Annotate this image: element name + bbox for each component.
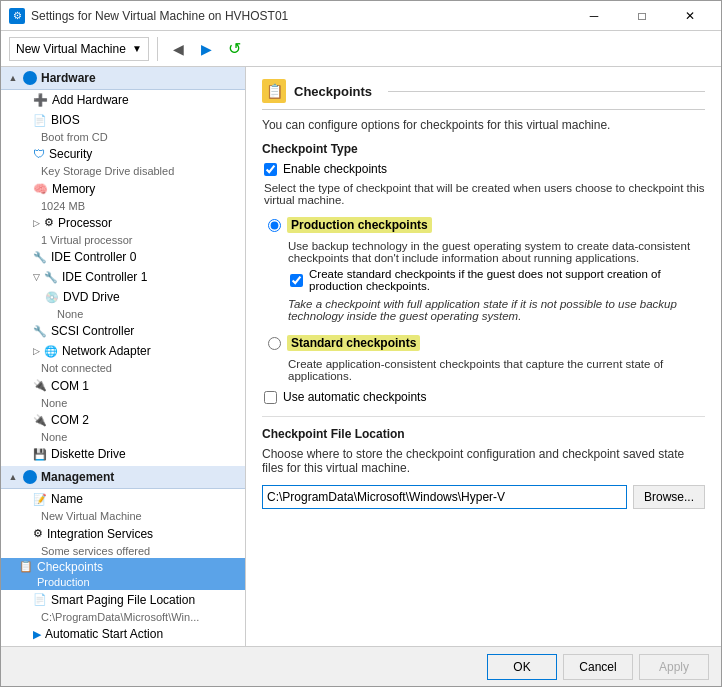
tree-item-smart-paging[interactable]: 📄 Smart Paging File Location	[1, 590, 245, 610]
processor-expand-icon: ▷	[33, 218, 40, 228]
dropdown-chevron-icon: ▼	[132, 43, 142, 54]
production-checkpoints-label: Production checkpoints	[287, 217, 432, 233]
ide1-expand-icon: ▽	[33, 272, 40, 282]
tree-item-security[interactable]: 🛡 Security	[1, 144, 245, 164]
forward-button[interactable]: ▶	[194, 37, 218, 61]
toolbar: New Virtual Machine ▼ ◀ ▶ ↺	[1, 31, 721, 67]
tree-item-dvd[interactable]: 💿 DVD Drive	[1, 287, 245, 307]
name-sub: New Virtual Machine	[1, 509, 245, 523]
pane-description: You can configure options for checkpoint…	[262, 118, 705, 132]
com2-sub: None	[1, 430, 245, 444]
checkpoints-label: Checkpoints	[37, 560, 103, 574]
create-standard-row: Create standard checkpoints if the guest…	[288, 268, 705, 292]
network-icon: 🌐	[44, 345, 58, 358]
production-radio[interactable]	[268, 219, 281, 232]
add-hardware-icon: ➕	[33, 93, 48, 107]
hardware-collapse-icon[interactable]: ▲	[7, 72, 19, 84]
tree-item-auto-start[interactable]: ▶ Automatic Start Action	[1, 624, 245, 644]
tree-item-network[interactable]: ▷ 🌐 Network Adapter	[1, 341, 245, 361]
security-label: Security	[49, 147, 92, 161]
minimize-button[interactable]: ─	[571, 1, 617, 31]
use-automatic-row: Use automatic checkpoints	[262, 390, 705, 404]
select-type-text: Select the type of checkpoint that will …	[264, 182, 705, 206]
dvd-icon: 💿	[45, 291, 59, 304]
create-standard-label: Create standard checkpoints if the guest…	[309, 268, 705, 292]
use-automatic-label: Use automatic checkpoints	[283, 390, 426, 404]
tree-item-com1[interactable]: 🔌 COM 1	[1, 376, 245, 396]
bios-label: BIOS	[51, 113, 80, 127]
network-expand-icon: ▷	[33, 346, 40, 356]
processor-label: Processor	[58, 216, 112, 230]
com1-sub: None	[1, 396, 245, 410]
file-location-desc: Choose where to store the checkpoint con…	[262, 447, 705, 475]
hardware-section-header[interactable]: ▲ Hardware	[1, 67, 245, 90]
integration-sub: Some services offered	[1, 544, 245, 558]
enable-checkpoints-checkbox[interactable]	[264, 163, 277, 176]
tree-item-ide1[interactable]: ▽ 🔧 IDE Controller 1	[1, 267, 245, 287]
tree-item-ide0[interactable]: 🔧 IDE Controller 0	[1, 247, 245, 267]
enable-checkpoints-label: Enable checkpoints	[283, 162, 387, 176]
cancel-button[interactable]: Cancel	[563, 654, 633, 680]
close-button[interactable]: ✕	[667, 1, 713, 31]
smart-paging-icon: 📄	[33, 593, 47, 606]
tree-item-integration[interactable]: ⚙ Integration Services	[1, 524, 245, 544]
tree-item-add-hardware[interactable]: ➕ Add Hardware	[1, 90, 245, 110]
hardware-section-icon	[23, 71, 37, 85]
standard-radio[interactable]	[268, 337, 281, 350]
com2-icon: 🔌	[33, 414, 47, 427]
apply-button[interactable]: Apply	[639, 654, 709, 680]
production-radio-row: Production checkpoints	[262, 214, 705, 236]
ide1-icon: 🔧	[44, 271, 58, 284]
create-standard-checkbox[interactable]	[290, 274, 303, 287]
path-row: Browse...	[262, 485, 705, 509]
scsi-icon: 🔧	[33, 325, 47, 338]
tree-item-processor[interactable]: ▷ ⚙ Processor	[1, 213, 245, 233]
bios-sub: Boot from CD	[1, 130, 245, 144]
back-button[interactable]: ◀	[166, 37, 190, 61]
browse-button[interactable]: Browse...	[633, 485, 705, 509]
scsi-label: SCSI Controller	[51, 324, 134, 338]
memory-sub: 1024 MB	[1, 199, 245, 213]
management-collapse-icon[interactable]: ▲	[7, 471, 19, 483]
tree-item-checkpoints[interactable]: 📋 Checkpoints ←	[1, 558, 245, 576]
full-app-state-text: Take a checkpoint with full application …	[288, 298, 705, 322]
production-desc: Use backup technology in the guest opera…	[288, 240, 705, 264]
standard-desc: Create application-consistent checkpoint…	[288, 358, 705, 382]
path-input[interactable]	[262, 485, 627, 509]
management-section-icon	[23, 470, 37, 484]
pane-title: Checkpoints	[294, 84, 372, 99]
security-sub: Key Storage Drive disabled	[1, 164, 245, 178]
enable-checkpoints-row: Enable checkpoints	[262, 162, 705, 176]
vm-selector[interactable]: New Virtual Machine ▼	[9, 37, 149, 61]
network-sub: Not connected	[1, 361, 245, 375]
right-pane: 📋 Checkpoints You can configure options …	[246, 67, 721, 646]
tree-item-diskette[interactable]: 💾 Diskette Drive	[1, 444, 245, 464]
tree-item-scsi[interactable]: 🔧 SCSI Controller	[1, 321, 245, 341]
refresh-button[interactable]: ↺	[222, 37, 246, 61]
use-automatic-checkbox[interactable]	[264, 391, 277, 404]
title-bar: ⚙ Settings for New Virtual Machine on HV…	[1, 1, 721, 31]
processor-icon: ⚙	[44, 216, 54, 229]
tree-item-com2[interactable]: 🔌 COM 2	[1, 410, 245, 430]
ok-button[interactable]: OK	[487, 654, 557, 680]
tree-item-bios[interactable]: 📄 BIOS	[1, 110, 245, 130]
security-icon: 🛡	[33, 147, 45, 161]
standard-radio-row: Standard checkpoints	[262, 332, 705, 354]
toolbar-separator	[157, 37, 158, 61]
maximize-button[interactable]: □	[619, 1, 665, 31]
tree-item-name[interactable]: 📝 Name	[1, 489, 245, 509]
checkpoints-pane-icon: 📋	[262, 79, 286, 103]
tree-item-memory[interactable]: 🧠 Memory	[1, 179, 245, 199]
memory-icon: 🧠	[33, 182, 48, 196]
ide0-label: IDE Controller 0	[51, 250, 136, 264]
vm-name: New Virtual Machine	[16, 42, 126, 56]
management-section-header[interactable]: ▲ Management	[1, 466, 245, 489]
window-title: Settings for New Virtual Machine on HVHO…	[31, 9, 565, 23]
com2-label: COM 2	[51, 413, 89, 427]
window-controls: ─ □ ✕	[571, 1, 713, 31]
main-content: ▲ Hardware ➕ Add Hardware 📄 BIOS Boot fr…	[1, 67, 721, 646]
ide0-icon: 🔧	[33, 251, 47, 264]
diskette-icon: 💾	[33, 448, 47, 461]
memory-label: Memory	[52, 182, 95, 196]
file-location-label: Checkpoint File Location	[262, 427, 705, 441]
